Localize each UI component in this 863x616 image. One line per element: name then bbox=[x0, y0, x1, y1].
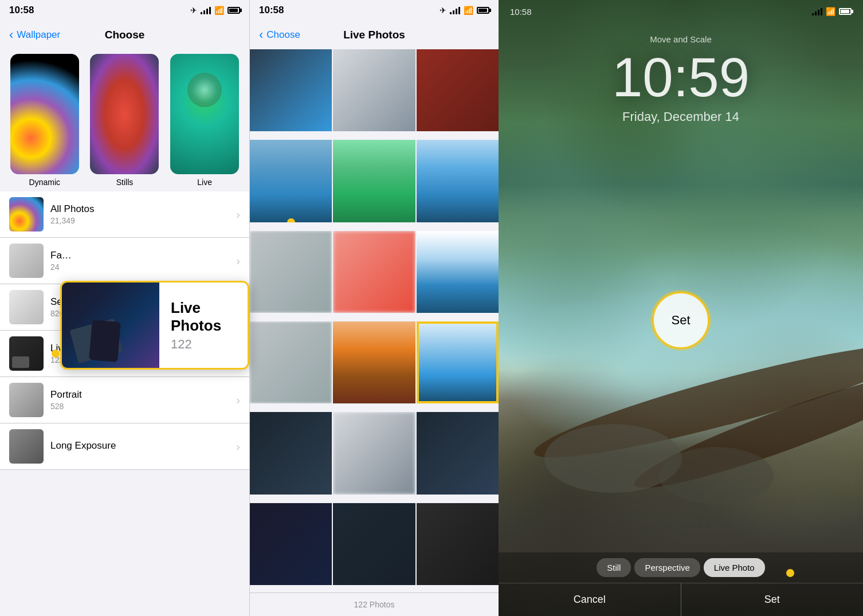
wallpaper-back-button[interactable]: Wallpaper bbox=[9, 28, 60, 42]
ls-actions: Cancel Set bbox=[499, 583, 863, 616]
grid-cell-3[interactable] bbox=[417, 49, 499, 131]
grid-cell-2[interactable] bbox=[333, 49, 415, 131]
status-icons-1: ✈ 📶 bbox=[190, 6, 240, 15]
ls-status-time: 10:58 bbox=[510, 7, 532, 17]
category-live[interactable]: Live bbox=[170, 54, 239, 187]
wallpaper-back-label: Wallpaper bbox=[17, 29, 60, 41]
back-arrow-icon bbox=[9, 28, 14, 42]
panel-lockscreen: 10:58 📶 Move and Scale 10:59 Friday, Dec… bbox=[499, 0, 863, 616]
ls-status-icons: 📶 bbox=[812, 7, 852, 16]
grid-cell-16[interactable] bbox=[250, 503, 332, 585]
favorites-thumb bbox=[9, 244, 44, 278]
grid-cell-18[interactable] bbox=[417, 503, 499, 585]
battery-icon-2 bbox=[477, 7, 489, 14]
popup-count: 122 bbox=[171, 337, 236, 352]
battery-icon bbox=[227, 7, 240, 14]
nav-bar-2: Choose Live Photos bbox=[250, 21, 499, 49]
ls-date: Friday, December 14 bbox=[499, 109, 863, 124]
grid-cell-1[interactable] bbox=[250, 49, 332, 131]
grid-cell-17[interactable] bbox=[333, 503, 415, 585]
category-dynamic[interactable]: Dynamic bbox=[10, 54, 79, 187]
live-photos-annotation-dot bbox=[52, 350, 60, 358]
grid-annotation-dot bbox=[287, 218, 295, 222]
live-thumb bbox=[170, 54, 239, 174]
wallpaper-categories: Dynamic Stills Live bbox=[0, 49, 249, 191]
status-time-2: 10:58 bbox=[259, 5, 284, 16]
ls-wifi-icon: 📶 bbox=[826, 7, 835, 16]
popup-image bbox=[62, 281, 159, 370]
wifi-icon-2: 📶 bbox=[464, 6, 473, 15]
panel-live-photos: 10:58 ✈ 📶 Choose Live Photos bbox=[249, 0, 499, 616]
location-icon: ✈ bbox=[190, 6, 197, 15]
popup-text: Live Photos 122 bbox=[159, 288, 248, 363]
portrait-name: Portrait bbox=[50, 389, 229, 401]
portrait-thumb bbox=[9, 383, 44, 417]
grid-cell-12-highlighted[interactable] bbox=[417, 321, 499, 403]
set-circle-button[interactable]: Set bbox=[652, 292, 709, 349]
ls-options-row: Still Perspective Live Photo bbox=[499, 552, 863, 583]
grid-cell-10[interactable] bbox=[250, 321, 332, 403]
wifi-icon: 📶 bbox=[214, 6, 224, 15]
status-bar-1: 10:58 ✈ 📶 bbox=[0, 0, 249, 21]
nav-bar-1: Wallpaper Choose bbox=[0, 21, 249, 49]
grid-cell-5[interactable] bbox=[333, 140, 415, 222]
album-favorites[interactable]: Fa… 24 bbox=[0, 238, 249, 284]
album-long-exposure[interactable]: Long Exposure bbox=[0, 423, 249, 470]
grid-cell-6[interactable] bbox=[417, 140, 499, 222]
ls-set-button[interactable]: Set bbox=[681, 583, 864, 616]
long-exposure-thumb bbox=[9, 429, 44, 464]
all-photos-thumb bbox=[9, 197, 44, 232]
live-photos-title: Live Photos bbox=[343, 29, 405, 41]
lockscreen-content: 10:58 📶 Move and Scale 10:59 Friday, Dec… bbox=[499, 0, 863, 616]
grid-cell-4[interactable] bbox=[250, 140, 332, 222]
category-stills[interactable]: Stills bbox=[90, 54, 159, 187]
ls-cancel-button[interactable]: Cancel bbox=[499, 583, 681, 616]
live-photos-popup: Live Photos 122 bbox=[60, 281, 249, 370]
portrait-chevron bbox=[236, 394, 240, 407]
ls-set-annotation-dot bbox=[786, 569, 794, 577]
ls-battery-icon bbox=[839, 8, 852, 15]
grid-cell-14[interactable] bbox=[333, 412, 415, 494]
favorites-info: Fa… 24 bbox=[50, 250, 229, 272]
all-photos-info: All Photos 21,349 bbox=[50, 203, 229, 225]
portrait-count: 528 bbox=[50, 402, 229, 411]
album-list: All Photos 21,349 Fa… 24 Selfies 826 bbox=[0, 191, 249, 616]
ls-time: 10:59 bbox=[499, 50, 863, 105]
status-bar-2: 10:58 ✈ 📶 bbox=[250, 0, 499, 21]
status-icons-2: ✈ 📶 bbox=[440, 6, 489, 15]
set-circle-label: Set bbox=[671, 313, 690, 328]
ls-option-live-photo[interactable]: Live Photo bbox=[704, 558, 765, 577]
grid-cell-9[interactable] bbox=[417, 231, 499, 313]
back-arrow-icon-2 bbox=[259, 28, 264, 42]
grid-cell-13[interactable] bbox=[250, 412, 332, 494]
choose-title: Choose bbox=[105, 29, 145, 41]
grid-cell-11[interactable] bbox=[333, 321, 415, 403]
ls-move-scale-label: Move and Scale bbox=[499, 34, 863, 44]
popup-title: Live Photos bbox=[171, 299, 236, 335]
long-exposure-chevron bbox=[236, 440, 240, 453]
album-portrait[interactable]: Portrait 528 bbox=[0, 377, 249, 423]
status-time-1: 10:58 bbox=[9, 5, 34, 16]
grid-cell-7[interactable] bbox=[250, 231, 332, 313]
stills-thumb bbox=[90, 54, 159, 174]
live-label: Live bbox=[197, 178, 212, 187]
all-photos-count: 21,349 bbox=[50, 216, 229, 225]
choose-back-button[interactable]: Choose bbox=[259, 28, 300, 42]
ls-option-still[interactable]: Still bbox=[597, 558, 631, 577]
panel-choose: 10:58 ✈ 📶 Wallpaper Choose bbox=[0, 0, 249, 616]
dynamic-label: Dynamic bbox=[29, 178, 60, 187]
photo-grid bbox=[250, 49, 499, 593]
signal-icon-2 bbox=[450, 6, 460, 14]
grid-footer-text: 122 Photos bbox=[354, 600, 395, 609]
ls-option-perspective[interactable]: Perspective bbox=[634, 558, 700, 577]
favorites-name: Fa… bbox=[50, 250, 229, 261]
grid-cell-15[interactable] bbox=[417, 412, 499, 494]
choose-back-label: Choose bbox=[266, 29, 300, 41]
grid-cell-8[interactable] bbox=[333, 231, 415, 313]
long-exposure-info: Long Exposure bbox=[50, 440, 229, 453]
stills-label: Stills bbox=[116, 178, 134, 187]
album-all-photos[interactable]: All Photos 21,349 bbox=[0, 191, 249, 238]
location-icon-2: ✈ bbox=[440, 6, 446, 15]
live-photos-thumb bbox=[9, 336, 44, 371]
dynamic-thumb bbox=[10, 54, 79, 174]
